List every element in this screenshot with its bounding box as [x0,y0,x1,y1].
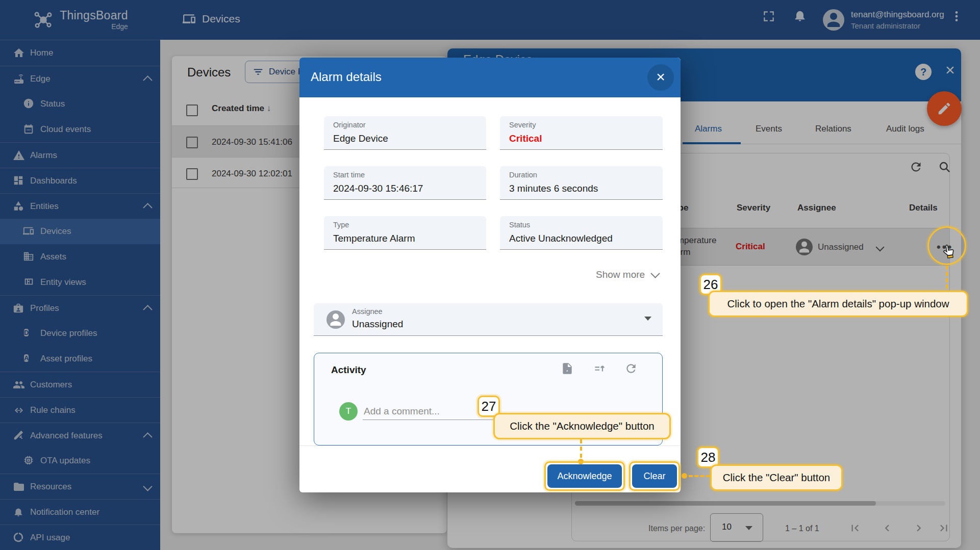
assignee-value: Unassigned [352,319,403,330]
annotation-dot-28 [682,473,687,479]
field-label: Severity [509,121,536,129]
modal-title: Alarm details [311,70,382,84]
annotation-highlight-ring-acknowledge [544,461,625,491]
annotation-callout-27: Click the "Acknowledge" button [493,413,671,439]
annotation-connector-26 [946,266,948,289]
field-value-critical: Critical [509,133,542,144]
modal-header: Alarm details × [299,58,681,97]
field-label: Start time [333,171,365,179]
activity-title: Activity [331,364,366,376]
field-value: 2024-09-30 15:46:17 [333,183,423,194]
start-time-field: Start time 2024-09-30 15:46:17 [324,166,486,200]
type-field: Type Temperature Alarm [324,216,486,250]
field-value: Active Unacknowledged [509,233,613,244]
note-icon[interactable] [561,362,574,375]
cursor-hand-icon [941,243,958,260]
dropdown-arrow-icon[interactable] [644,317,651,321]
status-field: Status Active Unacknowledged [500,216,663,250]
assignee-select[interactable]: Assignee Unassigned [314,303,663,336]
sort-comments-icon[interactable] [593,362,606,375]
field-label: Status [509,221,530,229]
annotation-callout-26: Click to open the "Alarm details" pop-up… [708,291,968,317]
person-icon [326,310,345,329]
chevron-down-icon [650,269,660,278]
user-avatar: T [339,402,358,421]
annotation-connector-27 [580,439,582,458]
field-value: 3 minutes 6 seconds [509,183,598,194]
field-value: Edge Device [333,133,388,144]
annotation-callout-28: Click the "Clear" button [710,464,843,491]
originator-field: Originator Edge Device [324,116,486,150]
close-modal-icon[interactable]: × [647,64,674,91]
show-more-toggle[interactable]: Show more [596,269,659,280]
footer-divider [299,446,681,446]
severity-field: Severity Critical [500,116,663,150]
thingsboard-app: ThingsBoard Edge Home Edge Status Cloud … [0,0,980,550]
assignee-label: Assignee [352,307,383,316]
field-label: Type [333,221,349,229]
field-label: Originator [333,121,366,129]
field-label: Duration [509,171,537,179]
annotation-connector-28 [689,475,710,477]
annotation-highlight-ring-clear [629,461,680,491]
show-more-label: Show more [596,269,645,280]
duration-field: Duration 3 minutes 6 seconds [500,166,663,200]
field-value: Temperature Alarm [333,233,415,244]
refresh-icon[interactable] [624,362,638,375]
